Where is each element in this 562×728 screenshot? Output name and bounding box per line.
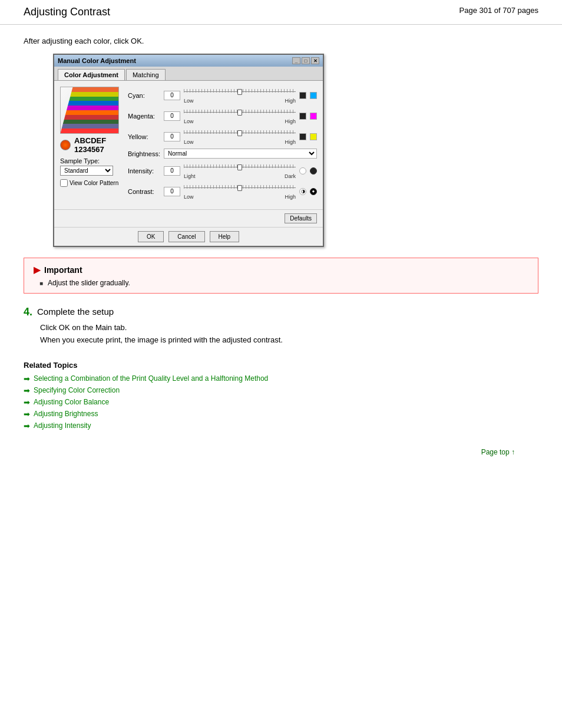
cyan-row: Cyan: Low High: [128, 87, 317, 104]
arrow-icon-2: ➡: [24, 386, 30, 395]
dialog-tabs: Color Adjustment Matching: [54, 67, 323, 81]
step-instruction-2: When you execute print, the image is pri…: [40, 334, 538, 347]
contrast-high-label: High: [285, 194, 296, 200]
contrast-slider-thumb[interactable]: [237, 185, 242, 191]
magenta-slider-thumb[interactable]: [237, 110, 242, 116]
intensity-label: Intensity:: [128, 167, 160, 174]
pencil-preview: [60, 87, 119, 134]
arrow-icon-5: ➡: [24, 421, 30, 430]
dialog-title: Manual Color Adjustment: [58, 57, 136, 64]
brightness-row: Brightness: Normal: [128, 149, 317, 159]
yellow-slider-track[interactable]: [184, 128, 296, 139]
magenta-low-label: Low: [184, 118, 194, 124]
intensity-high-label: Dark: [285, 173, 296, 179]
help-button[interactable]: Help: [210, 231, 240, 242]
intensity-slider-labels: Light Dark: [184, 173, 296, 179]
contrast-value[interactable]: [164, 187, 180, 196]
step-title: Complete the setup: [37, 307, 114, 317]
related-topics: Related Topics ➡ Selecting a Combination…: [24, 361, 538, 430]
defaults-button[interactable]: Defaults: [285, 213, 317, 223]
page-header: Adjusting Contrast Page 301 of 707 pages: [0, 0, 562, 25]
intensity-value[interactable]: [164, 166, 180, 176]
link-brightness[interactable]: Adjusting Brightness: [34, 410, 98, 418]
magenta-high-label: High: [285, 118, 296, 124]
tab-matching[interactable]: Matching: [126, 69, 166, 80]
ok-button[interactable]: OK: [138, 231, 164, 242]
minimize-button[interactable]: _: [292, 57, 300, 64]
yellow-slider-labels: Low High: [184, 139, 296, 145]
magenta-value[interactable]: [164, 111, 180, 121]
cyan-lo-indicator: [299, 92, 306, 99]
intensity-slider-thumb[interactable]: [237, 164, 242, 170]
cyan-slider-track[interactable]: [184, 87, 296, 97]
cyan-high-label: High: [285, 98, 296, 104]
yellow-low-label: Low: [184, 139, 194, 145]
step-4-section: 4. Complete the setup Click OK on the Ma…: [24, 307, 538, 347]
yellow-lo-indicator: [299, 133, 306, 140]
close-button[interactable]: ✕: [311, 57, 319, 64]
view-color-label: View Color Pattern: [70, 180, 118, 186]
magenta-row: Magenta: Low High: [128, 107, 317, 124]
important-box: ▶ Important ■ Adjust the slider graduall…: [24, 258, 538, 294]
contrast-low-label: Low: [184, 194, 194, 200]
brightness-select[interactable]: Normal: [164, 149, 317, 159]
related-link-1: ➡ Selecting a Combination of the Print Q…: [24, 374, 538, 383]
contrast-slider-track[interactable]: [184, 183, 296, 193]
yellow-row: Yellow: Low High: [128, 128, 317, 145]
page-top-link[interactable]: Page top ↑: [481, 448, 515, 456]
tab-color-adjustment[interactable]: Color Adjustment: [58, 69, 125, 80]
contrast-row: Contrast: Low High: [128, 183, 317, 200]
arrow-icon-4: ➡: [24, 410, 30, 419]
arrow-icon-3: ➡: [24, 398, 30, 407]
link-intensity[interactable]: Adjusting Intensity: [34, 421, 91, 430]
pencil-image: [61, 87, 119, 133]
dialog-footer: Defaults: [54, 209, 323, 227]
view-color-pattern-check[interactable]: View Color Pattern: [60, 179, 122, 187]
page-info: Page 301 of 707 pages: [459, 6, 538, 15]
intensity-row: Intensity: Light Dark: [128, 162, 317, 179]
yellow-label: Yellow:: [128, 133, 160, 140]
link-color-correction[interactable]: Specifying Color Correction: [34, 386, 120, 394]
intensity-lo-indicator: [299, 167, 306, 174]
link-color-balance[interactable]: Adjusting Color Balance: [34, 398, 109, 406]
sample-type-label: Sample Type:: [60, 157, 122, 164]
important-arrow-icon: ▶: [34, 264, 41, 275]
abcdef-icon: [60, 140, 71, 150]
view-color-checkbox[interactable]: [60, 179, 68, 187]
page-title: Adjusting Contrast: [24, 6, 110, 18]
intensity-slider-track[interactable]: [184, 162, 296, 173]
magenta-lo-indicator: [299, 113, 306, 120]
cyan-slider-container: Low High: [184, 87, 296, 104]
magenta-slider-track[interactable]: [184, 107, 296, 118]
related-topics-title: Related Topics: [24, 361, 538, 370]
bullet-icon: ■: [39, 280, 43, 286]
restore-button[interactable]: □: [302, 57, 310, 64]
magenta-hi-indicator: [310, 113, 317, 120]
step-4-header: 4. Complete the setup: [24, 307, 538, 317]
sample-type-select[interactable]: Standard: [60, 166, 113, 176]
cyan-value[interactable]: [164, 91, 180, 100]
titlebar-buttons: _ □ ✕: [292, 57, 319, 64]
related-link-2: ➡ Specifying Color Correction: [24, 386, 538, 395]
important-title: Important: [44, 265, 82, 275]
magenta-slider-container: Low High: [184, 107, 296, 124]
contrast-lo-indicator: ◑: [299, 188, 306, 195]
related-link-4: ➡ Adjusting Brightness: [24, 410, 538, 419]
contrast-hi-indicator: ●: [310, 188, 317, 195]
arrow-icon-1: ➡: [24, 374, 30, 383]
link-print-quality[interactable]: Selecting a Combination of the Print Qua…: [34, 374, 268, 383]
page-top: Page top ↑: [24, 448, 538, 456]
intro-text: After adjusting each color, click OK.: [24, 37, 538, 45]
yellow-slider-thumb[interactable]: [237, 130, 242, 136]
abcdef-text: ABCDEF 1234567: [74, 136, 106, 154]
cyan-slider-thumb[interactable]: [237, 89, 242, 95]
dialog-right-panel: Cyan: Low High: [128, 87, 317, 203]
cyan-low-label: Low: [184, 98, 194, 104]
intensity-slider-container: Light Dark: [184, 162, 296, 179]
yellow-value[interactable]: [164, 132, 180, 141]
magenta-label: Magenta:: [128, 113, 160, 120]
related-link-5: ➡ Adjusting Intensity: [24, 421, 538, 430]
cancel-button[interactable]: Cancel: [168, 231, 204, 242]
dialog-action-buttons: OK Cancel Help: [54, 227, 323, 246]
important-text: Adjust the slider gradually.: [48, 279, 130, 287]
